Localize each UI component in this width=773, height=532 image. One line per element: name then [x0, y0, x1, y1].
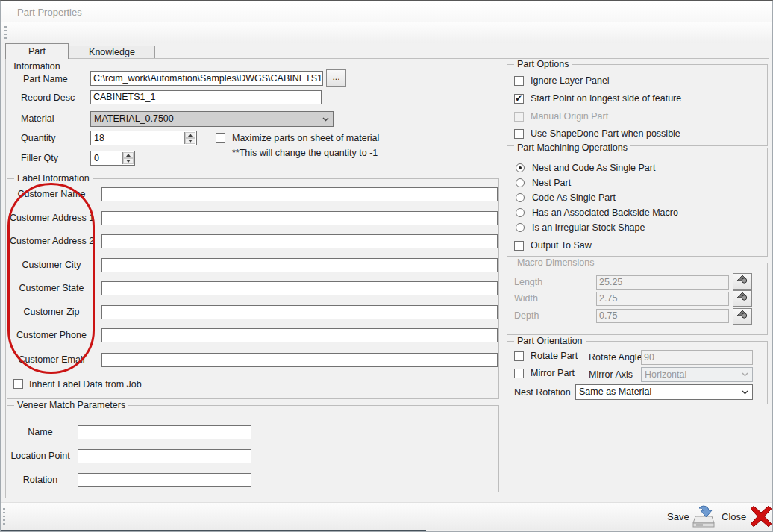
spin-down-icon[interactable]	[185, 138, 195, 144]
part-name-input[interactable]: C:\rcim_work\Automation\Samples\DWGS\CAB…	[90, 71, 323, 86]
close-button[interactable]: Close	[722, 504, 773, 529]
maximize-parts-checkbox[interactable]	[216, 133, 225, 143]
customer-address2-label: Customer Address 2	[10, 236, 93, 246]
label-information-title: Label Information	[14, 173, 93, 184]
browse-button[interactable]: ...	[326, 69, 346, 87]
measure-pick-icon	[736, 274, 748, 284]
mirror-part-checkbox[interactable]	[514, 369, 524, 378]
irregular-stock-shape-radio[interactable]	[516, 223, 525, 232]
customer-city-input[interactable]	[101, 258, 498, 272]
inherit-label-data-checkbox[interactable]	[13, 379, 23, 389]
record-desc-input[interactable]: CABINETS1_1	[90, 90, 322, 104]
footer-grip-icon	[3, 508, 5, 527]
save-button-label: Save	[667, 511, 689, 522]
customer-zip-label: Customer Zip	[10, 307, 93, 317]
width-input: 2.75	[596, 292, 729, 306]
rotate-part-label: Rotate Part	[531, 351, 578, 361]
chevron-down-icon	[742, 372, 748, 377]
quantity-spin-buttons[interactable]	[184, 132, 195, 144]
filler-qty-value: 0	[94, 152, 99, 164]
record-desc-label: Record Desc	[21, 93, 75, 103]
spin-up-icon[interactable]	[123, 152, 134, 158]
inherit-label-data-label: Inherit Label Data from Job	[29, 379, 142, 389]
output-to-saw-checkbox[interactable]	[514, 241, 524, 251]
depth-input: 0.75	[596, 309, 729, 323]
customer-address2-input[interactable]	[101, 234, 498, 248]
mirror-axis-label: Mirror Axis	[589, 369, 633, 380]
nest-part-radio[interactable]	[516, 178, 525, 187]
material-select[interactable]: MATERIAL_0.7500	[90, 111, 334, 127]
part-properties-dialog: Part Properties Part Information Knowled…	[0, 0, 773, 532]
save-button[interactable]: Save	[667, 504, 715, 529]
veneer-name-input[interactable]	[78, 425, 251, 439]
chevron-down-icon	[742, 390, 748, 395]
filler-qty-spin-buttons[interactable]	[122, 152, 134, 164]
depth-label: Depth	[514, 310, 539, 321]
nest-rotation-value: Same as Material	[579, 387, 651, 397]
rotation-input[interactable]	[78, 473, 251, 487]
rotation-label: Rotation	[10, 475, 71, 485]
filler-qty-stepper[interactable]: 0	[90, 151, 135, 166]
maximize-parts-note: **This will change the quantity to -1	[232, 148, 378, 158]
tab-part-information[interactable]: Part Information	[5, 43, 69, 59]
customer-city-label: Customer City	[10, 260, 93, 270]
macro-dimensions-title: Macro Dimensions	[514, 257, 598, 268]
footer-strip	[1, 502, 772, 530]
manual-origin-part-checkbox	[514, 112, 524, 122]
veneer-name-label: Name	[10, 427, 71, 437]
ignore-layer-panel-label: Ignore Layer Panel	[531, 75, 610, 86]
code-as-single-part-radio[interactable]	[516, 193, 525, 202]
window-title: Part Properties	[17, 7, 82, 18]
customer-name-input[interactable]	[101, 187, 498, 201]
use-shapedone-label: Use ShapeDone Part when possible	[531, 128, 680, 139]
tab-knowledge-information[interactable]: Knowledge Information	[69, 46, 155, 59]
mirror-axis-value: Horizontal	[645, 369, 686, 380]
use-shapedone-checkbox[interactable]	[514, 129, 524, 139]
customer-address1-label: Customer Address 1	[10, 213, 93, 223]
customer-phone-input[interactable]	[101, 328, 498, 342]
start-point-longest-side-checkbox[interactable]	[514, 94, 524, 104]
length-pick-button[interactable]	[733, 273, 752, 290]
output-to-saw-label: Output To Saw	[531, 240, 592, 251]
toolstrip	[1, 22, 772, 43]
manual-origin-part-label: Manual Origin Part	[531, 111, 608, 122]
depth-pick-button[interactable]	[733, 308, 752, 325]
spin-up-icon[interactable]	[185, 132, 195, 138]
code-as-single-part-label: Code As Single Part	[532, 193, 616, 203]
nest-part-label: Nest Part	[532, 178, 571, 188]
customer-email-input[interactable]	[101, 353, 498, 367]
toolstrip-grip-icon	[4, 26, 7, 40]
customer-zip-input[interactable]	[101, 305, 498, 319]
part-machining-title: Part Machining Operations	[514, 143, 630, 153]
quantity-stepper[interactable]: 18	[90, 131, 197, 145]
length-label: Length	[514, 277, 542, 287]
backside-macro-radio[interactable]	[516, 208, 525, 217]
rotate-part-checkbox[interactable]	[514, 351, 524, 361]
location-point-input[interactable]	[78, 449, 251, 463]
close-button-label: Close	[722, 511, 746, 522]
customer-state-label: Customer State	[10, 283, 93, 293]
ignore-layer-panel-checkbox[interactable]	[514, 76, 524, 86]
part-orientation-title: Part Orientation	[514, 336, 586, 346]
spin-down-icon[interactable]	[123, 158, 134, 164]
customer-state-input[interactable]	[101, 281, 498, 295]
width-label: Width	[514, 293, 538, 304]
material-value: MATERIAL_0.7500	[94, 113, 174, 124]
quantity-value: 18	[94, 132, 104, 144]
material-label: Material	[21, 113, 54, 124]
mirror-part-label: Mirror Part	[531, 368, 575, 378]
chevron-down-icon	[322, 117, 329, 122]
nest-rotation-label: Nest Rotation	[514, 387, 571, 398]
part-name-label: Part Name	[23, 74, 68, 84]
customer-address1-input[interactable]	[101, 211, 498, 225]
part-options-title: Part Options	[514, 59, 572, 69]
irregular-stock-shape-label: Is an Irregular Stock Shape	[532, 222, 645, 233]
nest-and-code-label: Nest and Code As Single Part	[532, 163, 655, 173]
veneer-match-title: Veneer Match Parameters	[14, 400, 128, 410]
backside-macro-label: Has an Associated Backside Macro	[532, 207, 678, 218]
width-pick-button[interactable]	[733, 290, 752, 307]
nest-and-code-radio[interactable]	[516, 163, 525, 172]
quantity-label: Quantity	[21, 133, 56, 143]
rotate-angle-label: Rotate Angle	[589, 352, 642, 363]
nest-rotation-select[interactable]: Same as Material	[575, 384, 753, 400]
